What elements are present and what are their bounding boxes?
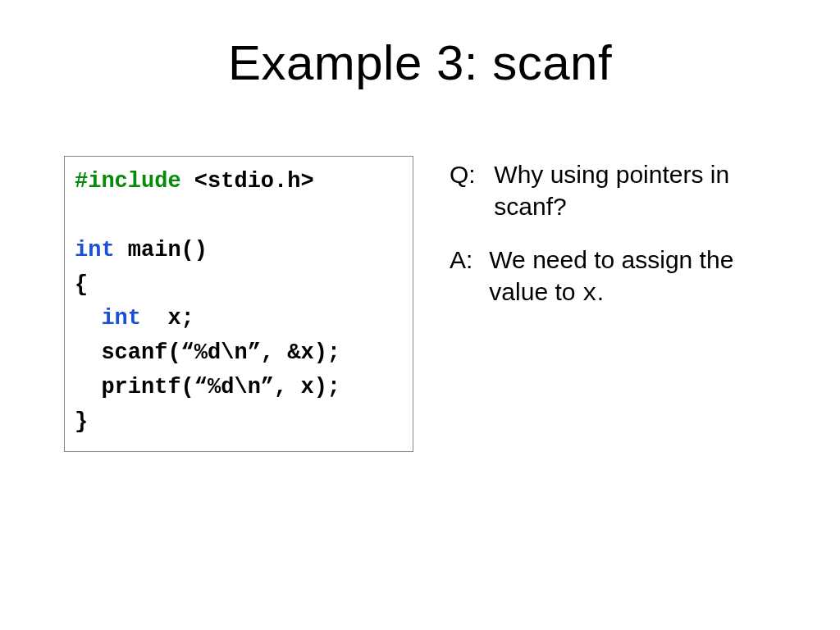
answer-label: A:	[450, 244, 482, 276]
code-text: <stdio.h>	[181, 169, 314, 194]
code-block: #include <stdio.h> int main() { int x; s…	[64, 156, 413, 452]
answer-text: We need to assign the value to x.	[489, 244, 776, 310]
question-label: Q:	[450, 158, 487, 190]
slide-title: Example 3: scanf	[0, 34, 840, 91]
code-type-int: int	[101, 306, 141, 331]
code-type-int: int	[75, 238, 115, 262]
code-text: x;	[141, 306, 194, 331]
code-text: }	[75, 409, 88, 434]
code-text: main()	[115, 238, 208, 262]
question-text: Why using pointers in scanf?	[494, 158, 773, 222]
answer: A: We need to assign the value to x.	[450, 244, 778, 310]
code-text: scanf(“%d\n”, &x);	[75, 340, 340, 365]
code-text: printf(“%d\n”, x);	[75, 375, 340, 399]
answer-text-post: .	[597, 278, 604, 305]
answer-text-pre: We need to assign the value to	[489, 246, 733, 305]
answer-text-x: x	[582, 280, 597, 308]
slide: Example 3: scanf #include <stdio.h> int …	[0, 0, 840, 630]
code-keyword-include: #include	[75, 169, 181, 194]
question: Q: Why using pointers in scanf?	[450, 158, 778, 222]
code-text: {	[75, 272, 88, 297]
qa-block: Q: Why using pointers in scanf? A: We ne…	[450, 158, 778, 310]
